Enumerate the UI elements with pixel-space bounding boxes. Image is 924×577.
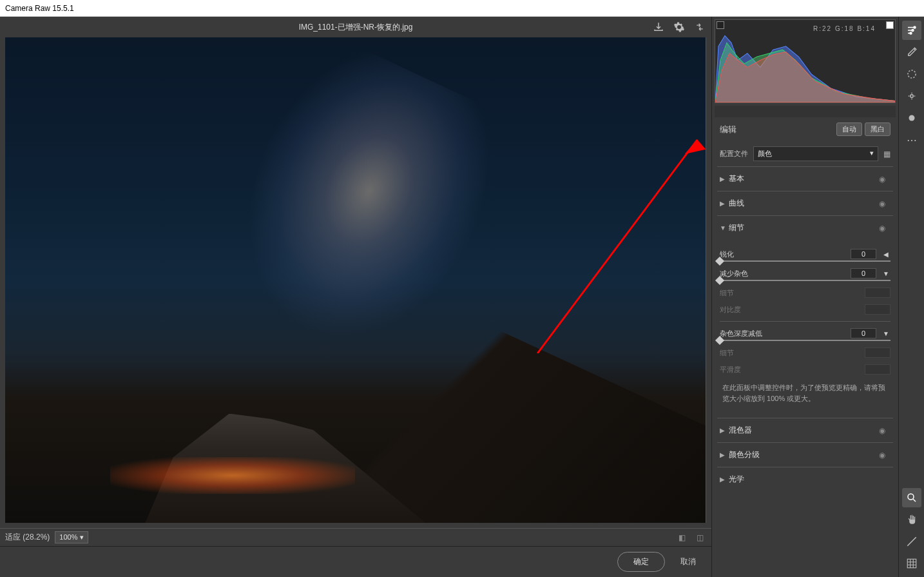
highlight-clip-icon[interactable] (886, 21, 894, 29)
svg-point-5 (908, 70, 916, 78)
sharpen-slider[interactable] (720, 260, 890, 262)
title-bar: Camera Raw 15.5.1 (0, 0, 924, 17)
color-nr-slider[interactable] (720, 340, 890, 341)
fullscreen-icon[interactable] (693, 21, 706, 34)
edit-panel: R:22 G:18 B:14 编辑 自动 黑白 配置文件 颜色▾ ▦ (711, 17, 898, 577)
nr-detail-value (865, 288, 890, 298)
chevron-down-icon: ▼ (720, 224, 729, 231)
main-area: IMG_1101-已增强-NR-恢复的.jpg (0, 17, 924, 577)
grid-icon[interactable] (902, 554, 921, 573)
content-column: IMG_1101-已增强-NR-恢复的.jpg (0, 17, 711, 577)
histogram[interactable]: R:22 G:18 B:14 (715, 19, 896, 103)
noise-reduce-label: 减少杂色 (720, 269, 845, 279)
image-viewer[interactable] (5, 37, 706, 523)
zoom-select[interactable]: 100% ▾ (55, 531, 88, 543)
sharpen-label: 锐化 (720, 249, 845, 259)
masking-icon[interactable] (902, 64, 921, 84)
compare-icon[interactable]: ◫ (693, 531, 706, 544)
collapse-left-icon[interactable]: ◀ (881, 249, 890, 259)
section-optics[interactable]: ▶ 光学 (717, 467, 893, 491)
more-icon[interactable]: ⋯ (902, 130, 921, 150)
svg-point-7 (909, 115, 914, 121)
section-detail[interactable]: ▼ 细节 ◉ (717, 216, 893, 240)
viewer-footer: 适应 (28.2%) 100% ▾ ◧ ◫ (0, 528, 711, 546)
bw-button[interactable]: 黑白 (865, 122, 890, 136)
section-curve[interactable]: ▶ 曲线 ◉ (717, 191, 893, 215)
color-nr-label: 杂色深度减低 (720, 329, 845, 338)
save-icon[interactable] (652, 21, 665, 34)
noise-reduce-slider[interactable] (720, 280, 890, 281)
chevron-right-icon: ▶ (720, 175, 729, 182)
section-grading[interactable]: ▶ 颜色分级 ◉ (717, 443, 893, 467)
gear-icon[interactable] (673, 21, 686, 34)
eye-icon[interactable]: ◉ (879, 224, 890, 233)
eye-icon[interactable]: ◉ (879, 426, 890, 435)
redeye-icon[interactable] (902, 86, 921, 106)
shadow-clip-icon[interactable] (717, 21, 724, 29)
edit-title: 编辑 (720, 124, 736, 135)
profile-label: 配置文件 (720, 149, 748, 159)
section-mixer[interactable]: ▶ 混色器 ◉ (717, 418, 893, 442)
eye-icon[interactable]: ◉ (879, 451, 890, 460)
profile-browser-icon[interactable]: ▦ (883, 150, 890, 159)
sampler-icon[interactable] (902, 532, 921, 551)
svg-marker-1 (684, 139, 706, 154)
tool-strip: ⋯ (898, 17, 924, 577)
sharpen-value[interactable] (851, 249, 876, 259)
profile-select[interactable]: 颜色▾ (753, 146, 878, 161)
fit-label[interactable]: 适应 (28.2%) (5, 532, 50, 543)
expand-down-icon[interactable]: ▼ (881, 269, 890, 278)
cnr-smooth-value (865, 364, 890, 375)
dialog-actions: 确定 取消 (0, 546, 711, 577)
heal-icon[interactable] (902, 108, 921, 128)
auto-button[interactable]: 自动 (836, 122, 862, 136)
cancel-button[interactable]: 取消 (680, 556, 696, 567)
profile-row: 配置文件 颜色▾ ▦ (717, 141, 893, 166)
svg-point-6 (910, 95, 913, 98)
edit-header: 编辑 自动 黑白 (717, 117, 893, 141)
eye-icon[interactable]: ◉ (879, 175, 890, 184)
filename-bar: IMG_1101-已增强-NR-恢复的.jpg (0, 17, 711, 37)
zoom-tool-icon[interactable] (902, 488, 921, 507)
chevron-right-icon: ▶ (720, 200, 729, 207)
rgb-readout: R:22 G:18 B:14 (813, 25, 876, 32)
edit-tool-icon[interactable] (902, 21, 921, 40)
before-after-icon[interactable]: ◧ (675, 531, 688, 544)
section-basic[interactable]: ▶ 基本 ◉ (717, 167, 893, 191)
cnr-smooth-label: 平滑度 (720, 365, 860, 375)
chevron-right-icon: ▶ (720, 451, 729, 458)
app-title: Camera Raw 15.5.1 (5, 4, 74, 13)
nr-contrast-label: 对比度 (720, 305, 860, 315)
noise-reduce-value[interactable] (851, 268, 876, 279)
detail-hint: 在此面板中调整控件时，为了使预览更精确，请将预览大小缩放到 100% 或更大。 (720, 376, 890, 410)
photo-preview (5, 37, 706, 523)
filename: IMG_1101-已增强-NR-恢复的.jpg (299, 22, 413, 33)
svg-rect-9 (907, 559, 916, 568)
expand-down-icon[interactable]: ▼ (881, 329, 890, 338)
ok-button[interactable]: 确定 (617, 552, 665, 572)
cnr-detail-label: 细节 (720, 348, 860, 358)
chevron-right-icon: ▶ (720, 427, 729, 434)
eyedropper-icon[interactable] (902, 43, 921, 62)
nr-contrast-value (865, 304, 890, 315)
svg-point-8 (908, 494, 914, 500)
hand-tool-icon[interactable] (902, 510, 921, 529)
eye-icon[interactable]: ◉ (879, 199, 890, 208)
nr-detail-label: 细节 (720, 288, 860, 298)
chevron-right-icon: ▶ (720, 476, 729, 483)
color-nr-value[interactable] (851, 328, 876, 338)
cnr-detail-value (865, 347, 890, 358)
